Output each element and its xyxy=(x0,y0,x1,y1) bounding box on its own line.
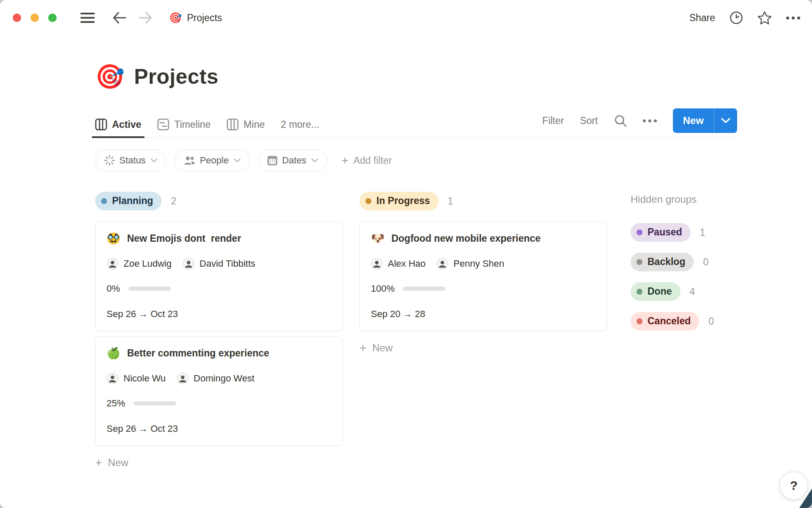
chevron-down-icon xyxy=(151,158,157,163)
tab-mine[interactable]: Mine xyxy=(227,119,265,137)
more-options-button[interactable] xyxy=(786,17,800,19)
group-pill-done[interactable]: Done xyxy=(631,282,680,301)
page-emoji-icon[interactable]: 🎯 xyxy=(95,63,125,91)
avatar xyxy=(183,258,195,270)
tab-label: Timeline xyxy=(174,119,211,130)
project-card[interactable]: 🍏 Better commenting experience Nicole Wu xyxy=(95,336,343,446)
card-people: Alex Hao Penny Shen xyxy=(371,258,595,270)
hidden-group-row: Done 4 xyxy=(631,282,741,301)
group-pill-backlog[interactable]: Backlog xyxy=(631,253,694,271)
tab-active[interactable]: Active xyxy=(95,119,141,137)
breadcrumb[interactable]: 🎯 Projects xyxy=(169,12,222,24)
avatar xyxy=(107,258,118,270)
tab-timeline[interactable]: Timeline xyxy=(157,119,211,137)
group-pill-in-progress[interactable]: In Progress xyxy=(359,192,439,210)
clock-icon xyxy=(730,11,743,25)
view-options-button[interactable] xyxy=(643,119,657,122)
page-title: Projects xyxy=(134,64,219,89)
project-card[interactable]: 🐶 Dogfood new mobile experience Alex Hao xyxy=(359,221,607,331)
person-name: Zoe Ludwig xyxy=(123,258,172,269)
group-pill-planning[interactable]: Planning xyxy=(95,192,162,210)
project-card[interactable]: 🥸 New Emojis dont render Zoe Ludwig xyxy=(95,221,343,331)
minimize-window-button[interactable] xyxy=(30,14,39,22)
group-pill-paused[interactable]: Paused xyxy=(631,223,691,242)
avatar xyxy=(177,373,189,384)
progress-label: 25% xyxy=(107,398,125,409)
hidden-groups-panel: Hidden groups Paused 1 Backlog 0 xyxy=(631,192,741,342)
status-dot-icon xyxy=(636,289,642,295)
card-people: Nicole Wu Domingo West xyxy=(107,373,331,384)
card-progress: 25% xyxy=(107,398,331,409)
view-tabs-bar: Active Timeline Mine xyxy=(95,108,737,138)
tab-label: 2 more... xyxy=(281,119,319,130)
status-dot-icon xyxy=(636,229,642,235)
cursor-artifact xyxy=(799,489,812,508)
group-name: Backlog xyxy=(647,256,685,268)
ellipsis-icon xyxy=(786,17,800,19)
people-icon xyxy=(184,155,195,166)
filter-chip-dates[interactable]: Dates xyxy=(258,149,327,171)
share-button[interactable]: Share xyxy=(689,12,715,24)
hidden-group-row: Backlog 0 xyxy=(631,253,741,271)
group-name: Done xyxy=(647,286,672,297)
history-button[interactable] xyxy=(730,11,743,25)
hamburger-icon xyxy=(80,12,95,23)
progress-label: 100% xyxy=(371,283,395,294)
chevron-down-icon xyxy=(721,118,730,124)
person-name: Alex Hao xyxy=(388,258,425,269)
document-emoji-icon: 🎯 xyxy=(169,12,182,24)
back-button[interactable] xyxy=(112,12,126,24)
board-column-planning: Planning 2 🥸 New Emojis dont render xyxy=(95,192,343,469)
card-title: Better commenting experience xyxy=(127,348,269,359)
app-window: 🎯 Projects Share 🎯 Proj xyxy=(0,0,812,508)
person-chip: Nicole Wu xyxy=(107,373,166,384)
person-chip: David Tibbitts xyxy=(183,258,255,270)
filter-chip-people[interactable]: People xyxy=(175,149,250,171)
card-dates: Sep 26 → Oct 23 xyxy=(107,309,331,320)
card-dates: Sep 20 → 28 xyxy=(371,309,595,320)
board-icon xyxy=(227,119,239,130)
board-icon xyxy=(95,119,107,130)
add-filter-button[interactable]: + Add filter xyxy=(341,155,392,166)
card-emoji-icon: 🥸 xyxy=(107,232,120,245)
progress-bar xyxy=(403,287,445,291)
group-name: Paused xyxy=(647,226,682,238)
filter-button[interactable]: Filter xyxy=(542,115,564,127)
person-name: Penny Shen xyxy=(453,258,504,269)
new-item-button-group: New xyxy=(673,108,737,133)
zoom-window-button[interactable] xyxy=(48,14,57,22)
board-column-in-progress: In Progress 1 🐶 Dogfood new mobile exper… xyxy=(359,192,607,354)
person-chip: Zoe Ludwig xyxy=(107,258,172,270)
search-button[interactable] xyxy=(614,114,627,127)
timeline-icon xyxy=(157,119,169,130)
group-count: 1 xyxy=(700,227,705,238)
new-button-dropdown[interactable] xyxy=(714,108,737,133)
person-name: David Tibbitts xyxy=(200,258,255,269)
titlebar: 🎯 Projects Share xyxy=(0,0,812,36)
tab-more-views[interactable]: 2 more... xyxy=(281,119,319,137)
sort-button[interactable]: Sort xyxy=(580,115,598,127)
page-header: 🎯 Projects xyxy=(95,63,737,91)
group-name: Planning xyxy=(112,195,153,207)
close-window-button[interactable] xyxy=(13,14,21,22)
forward-button[interactable] xyxy=(139,12,152,24)
chevron-down-icon xyxy=(234,158,241,163)
group-pill-canceled[interactable]: Canceled xyxy=(631,312,699,331)
calendar-icon xyxy=(267,155,278,166)
new-button[interactable]: New xyxy=(673,108,714,133)
filter-chip-status[interactable]: Status xyxy=(95,149,166,171)
filter-chip-label: Dates xyxy=(282,155,306,166)
status-dot-icon xyxy=(636,318,642,324)
favorite-button[interactable] xyxy=(757,11,772,25)
filter-chip-label: Status xyxy=(119,155,145,166)
hidden-group-row: Canceled 0 xyxy=(631,312,741,331)
progress-label: 0% xyxy=(107,283,120,294)
status-burst-icon xyxy=(104,155,115,166)
sidebar-toggle-button[interactable] xyxy=(80,12,95,23)
add-card-label: New xyxy=(372,342,392,354)
add-card-button[interactable]: + New xyxy=(95,457,128,469)
forward-arrow-icon xyxy=(139,12,152,24)
plus-icon: + xyxy=(359,342,366,354)
add-card-button[interactable]: + New xyxy=(359,342,392,354)
avatar xyxy=(371,258,383,270)
